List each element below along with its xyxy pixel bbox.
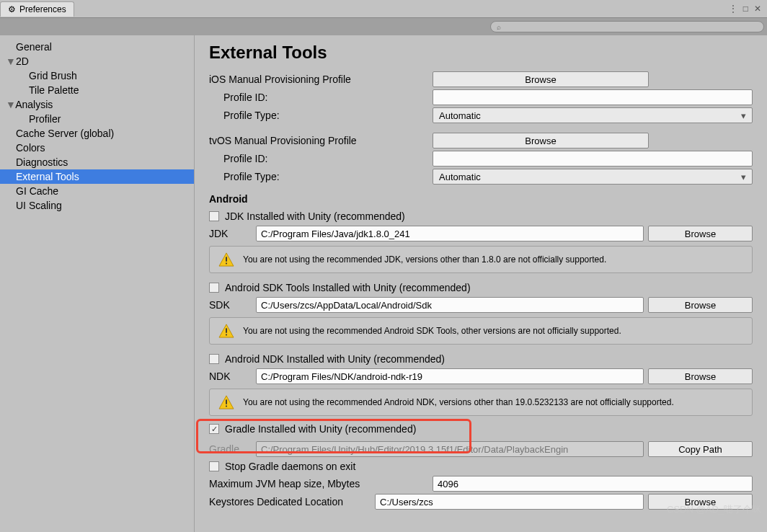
ndk-checkbox[interactable] <box>209 354 219 364</box>
sidebar-item-gi-cache[interactable]: GI Cache <box>0 184 194 198</box>
sidebar-item-general[interactable]: General <box>0 40 194 54</box>
ios-browse-button[interactable]: Browse <box>433 71 649 87</box>
tvos-browse-button[interactable]: Browse <box>433 133 649 148</box>
foldout-icon[interactable]: ▼ <box>6 99 13 110</box>
svg-rect-5 <box>226 406 227 407</box>
ios-profile-type-dropdown[interactable]: Automatic <box>433 107 753 123</box>
sdk-checkbox-label: Android SDK Tools Installed with Unity (… <box>225 282 471 293</box>
ios-profile-type-label: Profile Type: <box>209 110 433 121</box>
ndk-warning: You are not using the recommended Androi… <box>209 389 753 416</box>
content-panel: External Tools iOS Manual Provisioning P… <box>195 35 767 532</box>
preferences-tab[interactable]: ⚙ Preferences <box>0 1 74 17</box>
gradle-copy-path-button[interactable]: Copy Path <box>648 441 753 457</box>
gradle-label: Gradle <box>209 443 256 455</box>
warning-icon <box>218 324 234 338</box>
search-input[interactable]: ⌕ <box>490 21 764 32</box>
sidebar-item-tile-palette[interactable]: Tile Palette <box>0 83 194 97</box>
gradle-checkbox[interactable] <box>209 424 219 434</box>
svg-rect-2 <box>226 328 227 332</box>
heap-input[interactable] <box>433 476 753 492</box>
tvos-profile-id-input[interactable] <box>433 151 753 167</box>
warning-icon <box>218 395 234 409</box>
android-section-title: Android <box>209 193 753 205</box>
ndk-path-input[interactable] <box>256 368 644 384</box>
jdk-warning: You are not using the recommended JDK, v… <box>209 246 753 273</box>
ndk-browse-button[interactable]: Browse <box>648 368 753 384</box>
search-icon: ⌕ <box>497 23 501 31</box>
titlebar: ⚙ Preferences ⋮ □ ✕ <box>0 0 767 18</box>
sdk-label: SDK <box>209 299 256 311</box>
ios-title: iOS Manual Provisioning Profile <box>209 74 433 85</box>
sidebar-item-grid-brush[interactable]: Grid Brush <box>0 68 194 83</box>
foldout-icon[interactable]: ▼ <box>6 56 13 67</box>
tvos-profile-id-label: Profile ID: <box>209 153 433 164</box>
jdk-path-input[interactable] <box>256 226 644 241</box>
jdk-browse-button[interactable]: Browse <box>648 226 753 241</box>
jdk-label: JDK <box>209 228 256 239</box>
svg-rect-0 <box>226 257 227 261</box>
tvos-profile-type-label: Profile Type: <box>209 171 433 182</box>
sidebar-item-analysis[interactable]: ▼ Analysis <box>0 97 194 112</box>
watermark: CSDN @AD_喵了个咪 <box>667 503 761 516</box>
sdk-browse-button[interactable]: Browse <box>648 297 753 313</box>
ndk-checkbox-label: Android NDK Installed with Unity (recomm… <box>225 353 445 365</box>
maximize-icon[interactable]: □ <box>743 4 748 14</box>
jdk-checkbox-label: JDK Installed with Unity (recommended) <box>225 210 405 222</box>
sdk-checkbox[interactable] <box>209 283 219 293</box>
sidebar-item-profiler[interactable]: Profiler <box>0 112 194 126</box>
keystore-label: Keystores Dedicated Location <box>209 496 375 507</box>
sidebar-item-external-tools[interactable]: External Tools <box>0 169 194 184</box>
ios-profile-id-label: Profile ID: <box>209 92 433 103</box>
sdk-warning: You are not using the recommended Androi… <box>209 317 753 345</box>
keystore-input[interactable] <box>375 494 644 510</box>
warning-icon <box>218 252 234 267</box>
sidebar: General ▼ 2D Grid Brush Tile Palette ▼ A… <box>0 35 195 532</box>
svg-rect-3 <box>226 334 227 336</box>
gradle-path-input <box>256 441 644 457</box>
gradle-checkbox-label: Gradle Installed with Unity (recommended… <box>225 423 416 435</box>
jdk-checkbox[interactable] <box>209 211 219 221</box>
sidebar-item-2d[interactable]: ▼ 2D <box>0 54 194 68</box>
search-row: ⌕ <box>0 18 767 35</box>
sidebar-item-diagnostics[interactable]: Diagnostics <box>0 155 194 169</box>
ios-profile-id-input[interactable] <box>433 89 753 105</box>
sidebar-item-cache-server[interactable]: Cache Server (global) <box>0 126 194 141</box>
svg-rect-4 <box>226 399 227 404</box>
sdk-path-input[interactable] <box>256 297 644 313</box>
sidebar-item-colors[interactable]: Colors <box>0 141 194 155</box>
sidebar-item-ui-scaling[interactable]: UI Scaling <box>0 198 194 213</box>
tvos-title: tvOS Manual Provisioning Profile <box>209 135 433 146</box>
page-title: External Tools <box>209 43 753 63</box>
svg-rect-1 <box>226 263 227 265</box>
stop-daemons-label: Stop Gradle daemons on exit <box>225 461 355 472</box>
gear-icon: ⚙ <box>8 4 16 14</box>
tvos-profile-type-dropdown[interactable]: Automatic <box>433 169 753 185</box>
tab-title: Preferences <box>19 4 66 14</box>
menu-icon[interactable]: ⋮ <box>729 4 737 14</box>
ndk-label: NDK <box>209 371 256 382</box>
stop-daemons-checkbox[interactable] <box>209 461 219 471</box>
heap-label: Maximum JVM heap size, Mbytes <box>209 478 433 489</box>
close-icon[interactable]: ✕ <box>754 4 761 14</box>
